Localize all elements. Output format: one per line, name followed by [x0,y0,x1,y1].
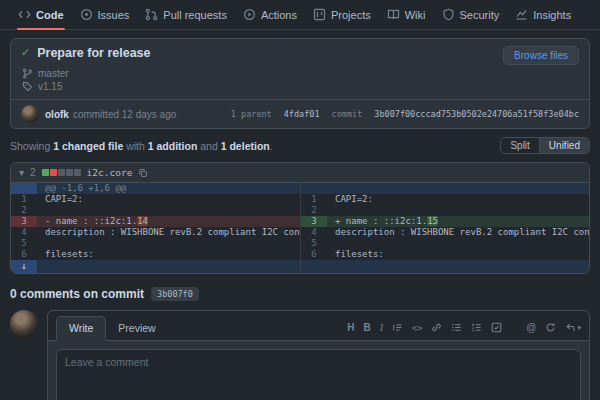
diff-line-row: 2 2 [11,205,589,216]
chevron-down-icon[interactable]: ▾ [19,167,24,178]
split-view-button[interactable]: Split [501,138,539,153]
diff-changed-row: 3 - name : ::i2c:1.14 3 + name : ::i2c:1… [11,216,589,227]
tab-security[interactable]: Security [434,0,508,30]
tag-name[interactable]: v1.15 [38,81,62,92]
tab-write[interactable]: Write [56,316,106,341]
task-list-icon[interactable] [491,322,502,333]
diff-split-table: @@ -1,6 +1,6 @@ 1CAPI=2: 1CAPI=2: 2 2 3 … [11,183,589,273]
current-user-avatar[interactable] [10,310,38,338]
tab-label: Wiki [405,9,426,21]
tab-wiki[interactable]: Wiki [379,0,434,30]
line-number[interactable]: 2 [301,205,327,216]
commit-title: Prepare for release [37,46,503,60]
commit-header-box: ✓ Prepare for release Browse files maste… [10,38,590,129]
code-line: description : WISHBONE revB.2 compliant … [37,227,300,238]
copy-icon[interactable] [138,168,148,178]
play-icon [243,8,256,21]
comment-textarea[interactable] [56,349,581,400]
line-number[interactable]: 1 [11,194,37,205]
browse-files-button[interactable]: Browse files [503,46,579,65]
expand-diff-row: ↓ [11,260,589,273]
line-number[interactable]: 4 [11,227,37,238]
diff-view-toggle: Split Unified [500,137,590,154]
code-line: CAPI=2: [37,194,300,205]
link-icon[interactable] [431,322,442,333]
quote-icon[interactable] [392,322,403,333]
tab-label: Projects [331,9,371,21]
line-number[interactable]: 3 [11,216,37,227]
diff-line-row: 5 5 [11,238,589,249]
line-number[interactable]: 4 [301,227,327,238]
code-line: filesets: [37,249,300,260]
added-code-line: + name : ::i2c:1.15 [327,216,589,227]
diffstat-squares [42,169,81,176]
line-number[interactable]: 6 [11,249,37,260]
expand-hunk-button[interactable] [11,183,37,194]
parent-hash[interactable]: 4fdaf01 [284,109,320,119]
heading-icon[interactable]: H [347,323,354,333]
branch-name[interactable]: master [38,68,69,79]
code-line [327,205,589,216]
tab-pull-requests[interactable]: Pull requests [137,0,235,30]
code-line: description : WISHBONE revB.2 compliant … [327,227,589,238]
diff-line-row: 1CAPI=2: 1CAPI=2: [11,194,589,205]
line-number[interactable]: 6 [301,249,327,260]
git-branch-icon [22,68,33,79]
line-number[interactable]: 1 [301,194,327,205]
tab-label: Code [36,9,64,21]
markdown-toolbar: H B I <> @ [347,322,581,340]
unified-view-button[interactable]: Unified [540,138,589,153]
graph-icon [515,8,528,21]
code-line [37,205,300,216]
tab-preview[interactable]: Preview [106,317,167,340]
bold-icon[interactable]: B [364,323,371,333]
git-pull-request-icon [145,8,158,21]
line-number[interactable]: 2 [11,205,37,216]
line-number[interactable]: 5 [301,238,327,249]
tag-row: v1.15 [11,80,589,93]
code-line [37,238,300,249]
tab-label: Actions [261,9,297,21]
changed-files-count: 1 changed file [53,140,123,152]
code-line: CAPI=2: [327,194,589,205]
code-icon[interactable]: <> [412,323,422,333]
cross-reference-icon[interactable] [545,322,556,333]
diff-filename[interactable]: i2c.core [87,167,133,178]
branch-row: master [11,67,589,80]
mention-icon[interactable]: @ [526,323,536,333]
code-icon [18,8,31,21]
commit-short-hash-badge[interactable]: 3b007f0 [151,287,199,301]
author-login[interactable]: olofk [45,109,69,120]
tab-projects[interactable]: Projects [305,0,379,30]
tab-label: Pull requests [163,9,227,21]
italic-icon[interactable]: I [380,323,383,333]
comments-heading: 0 comments on commit 3b007f0 [10,287,590,301]
summary-text: Showing 1 changed file with 1 addition a… [10,140,273,152]
checks-passed-icon[interactable]: ✓ [21,46,30,59]
ordered-list-icon[interactable] [471,322,482,333]
parent-label: 1 parent [231,109,272,119]
tab-label: Security [460,9,500,21]
tab-code[interactable]: Code [10,0,72,30]
unordered-list-icon[interactable] [451,322,462,333]
tag-icon [22,81,33,92]
shield-icon [442,8,455,21]
diff-line-row: 6filesets: 6filesets: [11,249,589,260]
saved-replies-icon[interactable]: ▾ [565,322,581,333]
code-line: filesets: [327,249,589,260]
commit-hash-full: 3b007f00cccad753b0502e24706a51f58f3e04bc [374,109,579,119]
diff-file-header: ▾ 2 i2c.core [11,163,589,183]
tab-insights[interactable]: Insights [507,0,579,30]
commit-hashes: 1 parent 4fdaf01 commit 3b007f00cccad753… [231,109,579,119]
line-number[interactable]: 3 [301,216,327,227]
deleted-word-highlight: 14 [137,216,148,226]
tab-actions[interactable]: Actions [235,0,305,30]
tab-label: Insights [533,9,571,21]
expand-down-button[interactable]: ↓ [11,260,37,273]
committer-bar: olofk committed 12 days ago 1 parent 4fd… [11,99,589,128]
line-number[interactable]: 5 [11,238,37,249]
added-word-highlight: 15 [427,216,438,226]
comment-compose-area: Write Preview H B I <> @ [10,310,590,400]
author-avatar[interactable] [21,105,39,123]
tab-issues[interactable]: Issues [72,0,138,30]
